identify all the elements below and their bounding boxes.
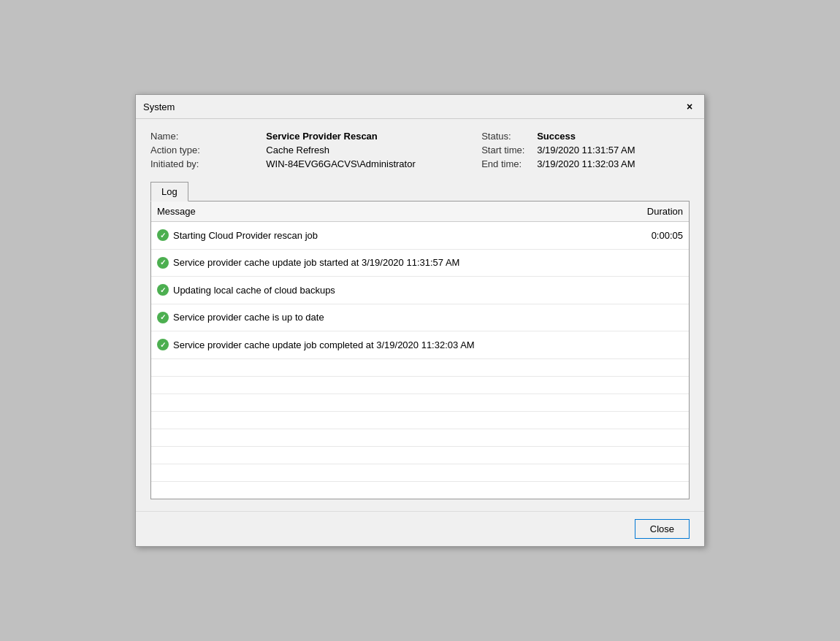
empty-cell — [630, 481, 689, 499]
log-message-cell: Service provider cache update job comple… — [151, 331, 630, 359]
dialog-content: Name: Service Provider Rescan Status: Su… — [136, 119, 704, 511]
log-message-text: Starting Cloud Provider rescan job — [173, 230, 318, 241]
tab-log-label: Log — [161, 186, 177, 197]
log-duration-cell — [630, 249, 689, 277]
log-table: Message Duration Starting Cloud Provider… — [151, 201, 689, 499]
initiated-by-label: Initiated by: — [150, 158, 254, 169]
action-type-label: Action type: — [150, 145, 254, 156]
empty-cell — [151, 481, 630, 499]
log-duration-cell — [630, 277, 689, 304]
success-icon — [157, 339, 169, 350]
log-empty-row — [151, 358, 689, 376]
log-empty-row — [151, 429, 689, 446]
empty-cell — [630, 394, 689, 411]
log-duration-cell: 0:00:05 — [630, 222, 689, 250]
end-time-label: End time: — [481, 158, 525, 169]
name-value: Service Provider Rescan — [266, 131, 470, 142]
success-icon — [157, 312, 169, 323]
log-empty-row — [151, 394, 689, 411]
log-message-text: Service provider cache update job starte… — [173, 257, 459, 268]
log-table-row: Service provider cache update job starte… — [151, 249, 689, 277]
close-dialog-button[interactable]: Close — [635, 519, 690, 539]
col-duration-header: Duration — [630, 201, 689, 222]
log-message-cell: Updating local cache of cloud backups — [151, 277, 630, 304]
log-empty-row — [151, 464, 689, 481]
success-icon — [157, 257, 169, 269]
tab-log[interactable]: Log — [150, 182, 188, 201]
empty-cell — [151, 394, 630, 411]
col-message-header: Message — [151, 201, 630, 222]
empty-cell — [630, 358, 689, 376]
empty-cell — [151, 358, 630, 376]
action-type-value: Cache Refresh — [266, 145, 470, 156]
log-empty-row — [151, 481, 689, 499]
system-dialog: System × Name: Service Provider Rescan S… — [135, 94, 705, 547]
empty-cell — [151, 446, 630, 464]
empty-cell — [630, 429, 689, 446]
log-table-row: Service provider cache is up to date — [151, 304, 689, 331]
dialog-footer: Close — [136, 511, 704, 546]
tab-container: Log Message Duration Starting Cloud Prov… — [150, 181, 690, 499]
empty-cell — [151, 464, 630, 481]
end-time-value: 3/19/2020 11:32:03 AM — [537, 158, 690, 169]
empty-cell — [151, 429, 630, 446]
initiated-by-value: WIN-84EVG6GACVS\Administrator — [266, 158, 470, 169]
status-label: Status: — [481, 131, 525, 142]
log-message-text: Service provider cache is up to date — [173, 312, 324, 323]
name-label: Name: — [150, 131, 254, 142]
log-duration-cell — [630, 304, 689, 331]
tab-log-content: Message Duration Starting Cloud Provider… — [150, 201, 690, 499]
info-section: Name: Service Provider Rescan Status: Su… — [150, 131, 690, 169]
log-message-text: Updating local cache of cloud backups — [173, 285, 335, 296]
success-icon — [157, 229, 169, 241]
status-value: Success — [537, 131, 690, 142]
log-duration-cell — [630, 331, 689, 359]
window-close-button[interactable]: × — [682, 99, 697, 114]
log-empty-row — [151, 446, 689, 464]
empty-cell — [630, 464, 689, 481]
window-title: System — [143, 101, 175, 112]
success-icon — [157, 284, 169, 296]
start-time-value: 3/19/2020 11:31:57 AM — [537, 145, 690, 156]
log-empty-row — [151, 376, 689, 394]
empty-cell — [630, 376, 689, 394]
log-message-cell: Starting Cloud Provider rescan job — [151, 222, 630, 250]
log-table-row: Starting Cloud Provider rescan job0:00:0… — [151, 222, 689, 250]
empty-cell — [630, 446, 689, 464]
empty-cell — [151, 376, 630, 394]
log-message-text: Service provider cache update job comple… — [173, 339, 475, 350]
log-table-row: Updating local cache of cloud backups — [151, 277, 689, 304]
empty-cell — [630, 411, 689, 429]
log-empty-row — [151, 411, 689, 429]
log-message-cell: Service provider cache update job starte… — [151, 249, 630, 277]
start-time-label: Start time: — [481, 145, 525, 156]
tab-bar: Log — [150, 181, 690, 201]
log-message-cell: Service provider cache is up to date — [151, 304, 630, 331]
title-bar: System × — [136, 95, 704, 119]
log-table-row: Service provider cache update job comple… — [151, 331, 689, 359]
empty-cell — [151, 411, 630, 429]
